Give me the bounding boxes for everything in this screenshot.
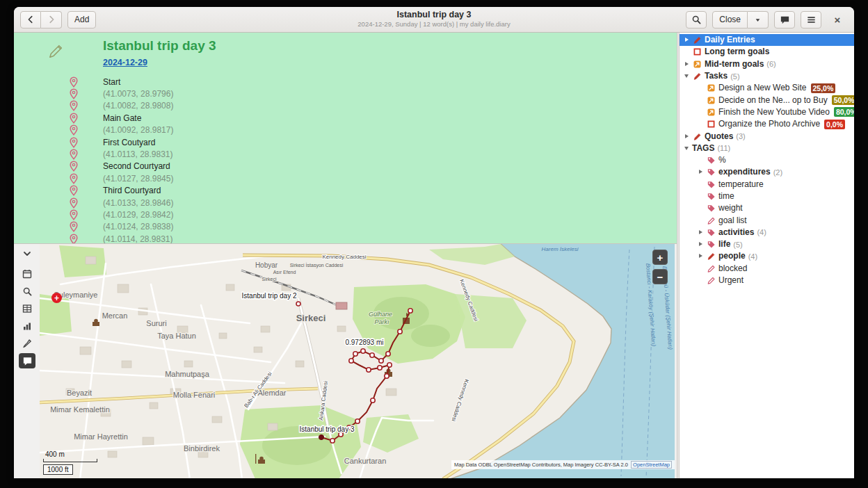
tag-icon: [706, 168, 716, 177]
location-pin-icon: [70, 209, 79, 220]
expander-icon[interactable]: [682, 58, 692, 70]
expander-spacer: [696, 190, 706, 202]
sidebar-item-tags[interactable]: TAGS (11): [680, 143, 854, 154]
entry-list-item[interactable]: Second Courtyard: [14, 161, 677, 172]
comments-tool-button[interactable]: [19, 353, 35, 368]
entry-list-item[interactable]: Start: [14, 76, 677, 88]
sidebar-item-tag-temperature[interactable]: temperature: [680, 179, 854, 190]
entry-list-item[interactable]: Third Courtyard: [14, 185, 677, 197]
location-pin-icon: [70, 124, 79, 136]
expander-icon[interactable]: [696, 238, 706, 250]
sidebar-item-tag-urgent[interactable]: Urgent: [680, 275, 854, 286]
expander-spacer: [696, 95, 706, 106]
zoom-in-button[interactable]: +: [652, 250, 668, 265]
map-label: Molla Fenari: [173, 391, 216, 399]
chart-tool-button[interactable]: [19, 318, 35, 334]
back-button[interactable]: [20, 11, 41, 29]
sidebar-item-tag-people[interactable]: people (4): [680, 250, 854, 262]
edit-pencil-icon: [47, 44, 63, 63]
sidebar-item-tag-goal-list[interactable]: goal list: [680, 214, 854, 226]
chevron-down-icon: [22, 248, 33, 259]
window-close-button[interactable]: ×: [827, 11, 848, 29]
sidebar-item-tag-expenditures[interactable]: expenditures (2): [680, 166, 854, 178]
table-tool-button[interactable]: [19, 301, 35, 316]
entry-list-item[interactable]: (41.0133, 28.9846): [14, 197, 677, 209]
map-label: Mimar Hayrettin: [74, 432, 128, 441]
attribution-link[interactable]: OpenStreetMap: [631, 461, 672, 469]
panel-collapse-button[interactable]: [19, 246, 35, 261]
theme-tool-button[interactable]: [19, 336, 35, 351]
entry-list-item[interactable]: (41.0114, 28.9831): [14, 233, 677, 243]
map-label: Kennedy Caddesi: [322, 254, 366, 260]
entry-list-item[interactable]: (41.0073, 28.9796): [14, 88, 677, 99]
entry-list-item[interactable]: (41.0127, 28.9845): [14, 172, 677, 184]
expander-icon[interactable]: [696, 227, 706, 238]
sidebar-item-tag-blocked[interactable]: blocked: [680, 263, 854, 275]
nav-button-group: [20, 11, 62, 29]
pencil-outline-icon: [706, 264, 716, 273]
entry-list-item[interactable]: (41.0092, 28.9817): [14, 124, 677, 136]
entry-list-item[interactable]: First Coutyard: [14, 136, 677, 148]
sidebar-item-task-decide-to-buy[interactable]: Decide on the Ne... op to Buy 50,0%: [680, 94, 854, 106]
add-button[interactable]: Add: [67, 11, 96, 29]
search-icon: [22, 286, 33, 297]
expander-icon[interactable]: [682, 143, 692, 154]
search-tool-button[interactable]: [19, 284, 35, 299]
sidebar-item-tag-time[interactable]: time: [680, 190, 854, 202]
sidebar-item-tag-life[interactable]: life (5): [680, 238, 854, 250]
header-title-block: Istanbul trip day 3 2024-12-29, Sunday |…: [357, 10, 510, 28]
entry-list-item[interactable]: Main Gate: [14, 112, 677, 124]
menu-button[interactable]: [801, 11, 821, 29]
close-entry-button[interactable]: Close: [712, 11, 748, 29]
progress-arrow-icon: [706, 96, 716, 105]
sidebar-item-tag-percent[interactable]: %: [680, 154, 854, 166]
panel-toolbar: [14, 244, 40, 478]
menu-icon: [806, 15, 817, 25]
sidebar-item-task-design-web-site[interactable]: Design a New Web Site 25,0%: [680, 82, 854, 94]
route-end-marker: [319, 434, 323, 439]
entry-date-link[interactable]: 2024-12-29: [103, 58, 147, 67]
expander-icon[interactable]: [696, 166, 706, 178]
calendar-tool-button[interactable]: [19, 266, 35, 282]
expander-icon[interactable]: [682, 131, 692, 143]
search-icon: [691, 15, 702, 25]
sidebar-item-mid-term-goals[interactable]: Mid-term goals (6): [680, 58, 854, 70]
location-pin-icon: [70, 100, 79, 111]
progress-arrow-icon: [692, 60, 702, 69]
sidebar-item-long-term-goals[interactable]: Long term goals: [680, 46, 854, 58]
forward-button[interactable]: [41, 11, 62, 29]
entry-list-item[interactable]: (41.0129, 28.9842): [14, 209, 677, 220]
sidebar-item-task-organize-photo-archive[interactable]: Organize the Photo Archive 0,0%: [680, 118, 854, 130]
comments-button[interactable]: [774, 11, 795, 29]
sidebar-item-tag-weight[interactable]: weight: [680, 202, 854, 214]
entry-editor[interactable]: Istanbul trip day 3 2024-12-29 Start (41…: [14, 33, 677, 243]
add-location-marker-button[interactable]: +: [51, 293, 62, 303]
window-title: Istanbul trip day 3: [357, 10, 510, 19]
zoom-out-button[interactable]: −: [652, 269, 668, 284]
map-label: Binbirdirek: [184, 444, 220, 453]
expander-icon[interactable]: [682, 70, 692, 82]
map-view[interactable]: Kennedy Caddesi Hobyar Sirkeci İstasyon …: [40, 244, 675, 478]
sidebar-item-task-finish-youtube-video[interactable]: Finish the New Youtube Video 80,0%: [680, 106, 854, 118]
search-button[interactable]: [686, 11, 707, 29]
sidebar-item-tag-activities[interactable]: activities (4): [680, 227, 854, 238]
expander-icon[interactable]: [682, 34, 692, 46]
sidebar-item-daily-entries[interactable]: Daily Entries: [680, 34, 854, 46]
map-label: Sirkeci: [262, 277, 276, 282]
sea-water: [450, 244, 675, 478]
zoom-controls: + −: [652, 250, 668, 284]
close-entry-dropdown[interactable]: [748, 11, 769, 29]
sidebar-item-tasks[interactable]: Tasks (5): [680, 70, 854, 82]
window-subtitle: 2024-12-29, Sunday | 12 word(s) | my dai…: [357, 20, 510, 28]
table-icon: [22, 303, 33, 314]
sidebar-item-quotes[interactable]: Quotes (3): [680, 130, 854, 142]
entry-list-item[interactable]: (41.0113, 28.9831): [14, 148, 677, 160]
tag-icon: [706, 180, 716, 189]
map-label: Taya Hatun: [157, 332, 196, 340]
todo-square-icon: [692, 47, 702, 56]
expander-spacer: [696, 179, 706, 190]
entry-list-item[interactable]: (41.0124, 28.9838): [14, 221, 677, 233]
entry-list-item[interactable]: (41.0082, 28.9808): [14, 100, 677, 112]
expander-icon[interactable]: [696, 250, 706, 262]
expander-spacer: [696, 263, 706, 275]
